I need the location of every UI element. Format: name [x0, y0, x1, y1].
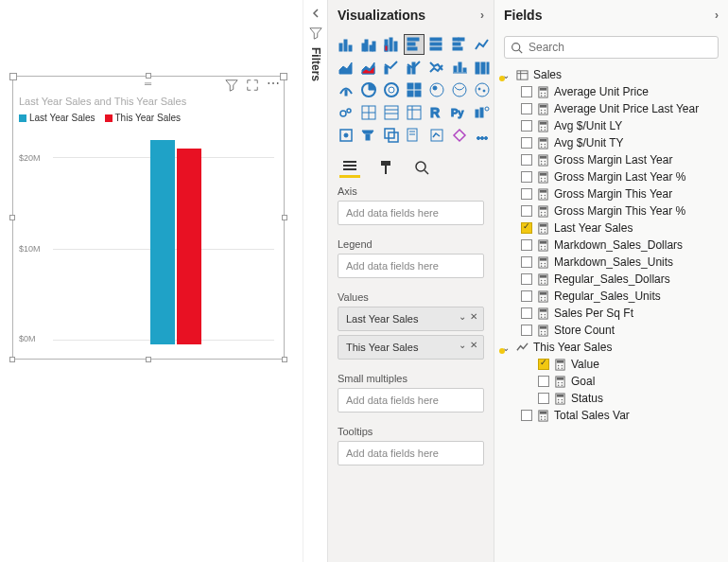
viz-type-icon[interactable] — [381, 57, 402, 78]
field-checkbox[interactable] — [521, 205, 532, 217]
values-well-item[interactable]: Last Year Sales⌄✕ — [338, 307, 484, 331]
format-tab[interactable] — [375, 157, 396, 178]
chevron-left-icon[interactable] — [310, 8, 321, 19]
field-item[interactable]: Sales Per Sq Ft — [500, 305, 722, 322]
field-item[interactable]: Value — [500, 356, 722, 373]
field-item[interactable]: Average Unit Price — [500, 83, 722, 100]
viz-type-icon[interactable] — [404, 102, 425, 123]
viz-type-icon[interactable] — [358, 79, 379, 100]
viz-type-icon[interactable]: R — [426, 102, 447, 123]
viz-type-icon[interactable] — [381, 79, 402, 100]
axis-well[interactable]: Add data fields here — [338, 201, 484, 225]
viz-type-icon[interactable]: Py — [449, 102, 470, 123]
bar-this-year[interactable] — [177, 149, 201, 344]
field-checkbox[interactable] — [521, 103, 532, 114]
viz-type-icon[interactable] — [426, 79, 447, 100]
legend-well[interactable]: Add data fields here — [338, 254, 484, 278]
field-checkbox[interactable] — [538, 393, 549, 404]
viz-type-icon[interactable] — [358, 34, 379, 55]
viz-type-icon[interactable] — [426, 57, 447, 78]
viz-type-icon[interactable] — [381, 125, 402, 146]
field-checkbox[interactable] — [521, 290, 532, 302]
viz-type-icon[interactable] — [358, 125, 379, 146]
field-checkbox[interactable] — [521, 273, 532, 285]
field-item[interactable]: Gross Margin This Year — [500, 185, 722, 202]
search-input[interactable] — [529, 41, 712, 54]
viz-type-icon[interactable] — [472, 57, 493, 78]
viz-type-icon[interactable] — [404, 34, 425, 55]
chevron-right-icon[interactable]: › — [715, 9, 719, 22]
fields-tab[interactable] — [339, 157, 360, 178]
field-checkbox[interactable] — [521, 171, 532, 183]
viz-type-icon[interactable] — [404, 79, 425, 100]
viz-type-icon[interactable] — [336, 57, 356, 78]
chevron-down-icon[interactable]: ⌄ — [459, 340, 466, 350]
report-canvas[interactable]: ═ ⋯ Last Year Sales and This Year Sales … — [0, 0, 303, 562]
more-options-icon[interactable]: ⋯ — [267, 79, 280, 92]
viz-type-icon[interactable] — [336, 34, 356, 55]
field-checkbox[interactable] — [521, 256, 532, 268]
remove-icon[interactable]: ✕ — [470, 340, 477, 350]
field-item[interactable]: Regular_Sales_Units — [500, 288, 722, 305]
field-item[interactable]: Store Count — [500, 322, 722, 339]
viz-type-icon[interactable] — [381, 34, 402, 55]
bar-last-year[interactable] — [150, 140, 175, 344]
field-item[interactable]: Total Sales Var — [500, 407, 722, 424]
field-item[interactable]: Markdown_Sales_Dollars — [500, 237, 722, 254]
filters-pane-collapsed[interactable]: Filters — [303, 0, 327, 562]
field-checkbox[interactable] — [521, 222, 532, 234]
field-item[interactable]: Gross Margin Last Year % — [500, 168, 722, 185]
viz-type-icon[interactable] — [472, 34, 493, 55]
viz-type-icon[interactable] — [404, 125, 425, 146]
chart-visual-container[interactable]: ═ ⋯ Last Year Sales and This Year Sales … — [12, 76, 285, 360]
viz-type-icon[interactable] — [472, 102, 493, 123]
fields-search[interactable] — [504, 36, 719, 59]
field-checkbox[interactable] — [521, 120, 532, 132]
focus-mode-icon[interactable] — [246, 79, 259, 92]
filter-icon[interactable] — [225, 79, 238, 92]
viz-type-icon[interactable] — [336, 125, 356, 146]
viz-type-icon[interactable] — [472, 79, 493, 100]
table-row[interactable]: ⌄Sales — [500, 66, 722, 83]
field-checkbox[interactable] — [521, 239, 532, 251]
field-checkbox[interactable] — [521, 325, 532, 336]
field-checkbox[interactable] — [521, 154, 532, 166]
viz-type-icon[interactable] — [336, 79, 356, 100]
chevron-right-icon[interactable]: › — [480, 9, 484, 22]
viz-type-icon[interactable] — [358, 57, 379, 78]
remove-icon[interactable]: ✕ — [470, 311, 477, 322]
field-item[interactable]: Average Unit Price Last Year — [500, 100, 722, 117]
viz-type-icon[interactable] — [381, 102, 402, 123]
field-checkbox[interactable] — [521, 307, 532, 319]
viz-type-icon[interactable] — [404, 57, 425, 78]
field-item[interactable]: Avg $/Unit TY — [500, 134, 722, 151]
field-checkbox[interactable] — [521, 188, 532, 200]
filters-icon[interactable] — [309, 26, 322, 40]
viz-type-icon[interactable] — [449, 79, 470, 100]
field-item[interactable]: Markdown_Sales_Units — [500, 254, 722, 271]
field-item[interactable]: Status — [500, 390, 722, 407]
viz-type-icon[interactable] — [472, 125, 493, 146]
values-well-item[interactable]: This Year Sales⌄✕ — [338, 335, 484, 360]
field-item[interactable]: Last Year Sales — [500, 220, 722, 237]
field-item[interactable]: Gross Margin Last Year — [500, 151, 722, 168]
viz-type-icon[interactable] — [358, 102, 379, 123]
field-checkbox[interactable] — [521, 410, 532, 421]
viz-type-icon[interactable] — [449, 57, 470, 78]
viz-type-icon[interactable] — [449, 125, 470, 146]
small-multiples-well[interactable]: Add data fields here — [338, 388, 484, 413]
field-checkbox[interactable] — [521, 86, 532, 97]
field-checkbox[interactable] — [521, 137, 532, 149]
field-item[interactable]: Goal — [500, 373, 722, 390]
field-checkbox[interactable] — [538, 376, 549, 387]
field-checkbox[interactable] — [538, 359, 549, 370]
viz-type-icon[interactable] — [336, 102, 356, 123]
viz-type-icon[interactable] — [426, 34, 447, 55]
field-item[interactable]: Regular_Sales_Dollars — [500, 271, 722, 288]
viz-type-icon[interactable] — [426, 125, 447, 146]
tooltips-well[interactable]: Add data fields here — [338, 441, 484, 465]
field-item[interactable]: Gross Margin This Year % — [500, 202, 722, 220]
drag-grip-icon[interactable]: ═ — [145, 79, 152, 89]
chevron-down-icon[interactable]: ⌄ — [459, 311, 466, 322]
field-item[interactable]: Avg $/Unit LY — [500, 117, 722, 134]
